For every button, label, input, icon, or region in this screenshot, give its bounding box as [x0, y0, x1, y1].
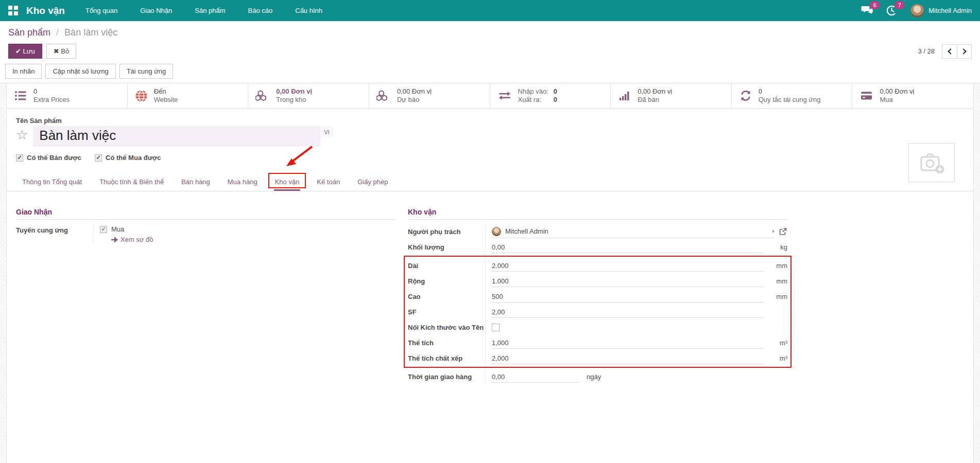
- dims-in-name-checkbox[interactable]: [492, 324, 500, 331]
- control-panel: Sản phẩm / Bàn làm việc ✔ Lưu ✖ Bỏ 3 / 2…: [0, 21, 980, 83]
- tab-accounting[interactable]: Kế toán: [316, 172, 341, 191]
- top-navbar: Kho vận Tổng quan Giao Nhận Sản phẩm Báo…: [0, 0, 980, 21]
- can-be-purchased-checkbox-item: Có thể Mua được: [95, 154, 161, 162]
- product-name-label: Tên Sản phẩm: [16, 117, 965, 124]
- nav-item-san-pham[interactable]: Sản phẩm: [195, 7, 225, 14]
- lead-time-unit: ngày: [587, 373, 601, 381]
- lead-time-input[interactable]: 0,00: [492, 371, 579, 383]
- nav-item-bao-cao[interactable]: Báo cáo: [248, 7, 273, 14]
- lead-time-label: Thời gian giao hàng: [408, 373, 485, 381]
- update-quantity-button[interactable]: Cập nhật số lượng: [45, 64, 115, 79]
- page-background: 0Extra Prices ĐếnWebsite 0,00 Đơn vịTron…: [0, 83, 980, 463]
- print-labels-button[interactable]: In nhãn: [5, 64, 42, 79]
- discard-button[interactable]: ✖ Bỏ: [46, 44, 76, 59]
- nav-item-tong-quan[interactable]: Tổng quan: [85, 7, 117, 14]
- width-input[interactable]: 1.000: [492, 275, 764, 287]
- length-input[interactable]: 2.000: [492, 260, 764, 272]
- check-icon: ✔: [15, 47, 21, 55]
- can-be-sold-checkbox-item: Có thể Bán được: [16, 154, 81, 162]
- stat-extra-prices[interactable]: 0Extra Prices: [7, 83, 128, 108]
- route-buy-checkbox[interactable]: [100, 226, 107, 233]
- language-badge[interactable]: VI: [320, 126, 333, 137]
- stowage-volume-unit: m³: [764, 354, 787, 362]
- stat-reordering-rules[interactable]: 0Quy tắc tái cung ứng: [732, 83, 853, 108]
- group-title-giao-nhan: Giao Nhận: [16, 208, 396, 220]
- bar-chart-icon: [618, 90, 631, 102]
- favorite-star-icon[interactable]: ☆: [16, 127, 28, 143]
- user-menu[interactable]: Mitchell Admin: [910, 4, 972, 17]
- chevron-left-icon: [948, 48, 953, 54]
- tab-license[interactable]: Giấy phép: [356, 172, 389, 191]
- stat-sold[interactable]: 0,00 Đơn vịĐã bán: [611, 83, 732, 108]
- can-be-purchased-checkbox[interactable]: [95, 154, 102, 162]
- save-button[interactable]: ✔ Lưu: [8, 44, 42, 59]
- nav-item-cau-hinh[interactable]: Cấu hình: [295, 7, 322, 14]
- routes-field: Mua Xem sơ đồ: [93, 224, 396, 243]
- stat-purchased[interactable]: 0,00 Đơn vịMua: [852, 83, 973, 108]
- breadcrumb-parent[interactable]: Sản phẩm: [8, 27, 50, 38]
- replenish-button[interactable]: Tái cung ứng: [119, 64, 174, 79]
- breadcrumb-separator: /: [56, 27, 59, 38]
- tab-sales[interactable]: Bán hàng: [180, 172, 211, 191]
- annotation-red-box-fields: Dài 2.000 mm Rộng 1.000 mm Cao: [404, 256, 792, 368]
- tab-attributes-variants[interactable]: Thuộc tính & Biến thể: [98, 172, 165, 191]
- width-label: Rộng: [408, 277, 485, 285]
- height-input[interactable]: 500: [492, 291, 764, 302]
- notebook-tabs: Thông tin Tổng quát Thuộc tính & Biến th…: [7, 172, 973, 191]
- stat-in-out[interactable]: Nhập vào:0 Xuất ra:0: [490, 83, 611, 108]
- volume-unit: m³: [764, 339, 787, 347]
- routes-label: Tuyến cung ứng: [16, 224, 93, 234]
- form-sheet: 0Extra Prices ĐếnWebsite 0,00 Đơn vịTron…: [6, 83, 974, 463]
- length-label: Dài: [408, 262, 485, 270]
- tab-inventory[interactable]: Kho vận: [274, 172, 301, 191]
- stowage-volume-input[interactable]: 2,000: [492, 352, 764, 364]
- stat-forecast[interactable]: 0,00 Đơn vịDự báo: [369, 83, 490, 108]
- cubes-icon: [376, 90, 391, 102]
- cubes-icon: [255, 90, 270, 102]
- app-brand[interactable]: Kho vận: [26, 5, 65, 16]
- nav-menu: Tổng quan Giao Nhận Sản phẩm Báo cáo Cấu…: [85, 7, 322, 14]
- open-record-external-icon[interactable]: [779, 227, 787, 236]
- arrow-right-icon: [111, 237, 118, 243]
- nav-item-giao-nhan[interactable]: Giao Nhận: [140, 7, 172, 14]
- responsible-field: Mitchell Admin ▾: [485, 224, 787, 239]
- product-name-input[interactable]: Bàn làm việc: [33, 126, 320, 147]
- weight-input[interactable]: 0,00: [492, 241, 764, 253]
- stowage-volume-label: Thể tích chất xếp: [408, 354, 485, 362]
- weight-unit: kg: [764, 243, 787, 251]
- volume-label: Thể tích: [408, 339, 485, 347]
- length-unit: mm: [764, 262, 787, 270]
- responsible-m2o-input[interactable]: Mitchell Admin ▾: [492, 225, 775, 238]
- pager-count: 3 / 28: [918, 47, 935, 55]
- view-diagram-link[interactable]: Xem sơ đồ: [111, 236, 153, 243]
- group-logistics-right: Kho vận Người phụ trách Mitchell Admin ▾…: [408, 208, 787, 384]
- responsible-avatar: [492, 227, 501, 236]
- messages-icon[interactable]: 6: [861, 5, 874, 17]
- pager-previous-button[interactable]: [942, 45, 957, 58]
- width-unit: mm: [764, 277, 787, 285]
- can-be-sold-checkbox[interactable]: [16, 154, 23, 162]
- product-image-upload[interactable]: [908, 143, 955, 182]
- record-pager: 3 / 28: [918, 44, 972, 59]
- stat-button-row: 0Extra Prices ĐếnWebsite 0,00 Đơn vịTron…: [7, 83, 973, 109]
- apps-menu-icon[interactable]: [8, 6, 18, 15]
- activities-icon[interactable]: 7: [886, 5, 899, 17]
- cross-icon: ✖: [54, 47, 59, 55]
- height-unit: mm: [764, 293, 787, 300]
- stat-on-hand[interactable]: 0,00 Đơn vịTrong kho: [248, 83, 369, 108]
- breadcrumb: Sản phẩm / Bàn làm việc: [0, 21, 980, 39]
- stat-website[interactable]: ĐếnWebsite: [128, 83, 249, 108]
- refresh-icon: [739, 90, 752, 102]
- list-icon: [14, 90, 27, 102]
- route-buy-label: Mua: [111, 225, 124, 233]
- dropdown-caret-icon[interactable]: ▾: [772, 228, 775, 234]
- responsible-label: Người phụ trách: [408, 228, 485, 236]
- breadcrumb-current: Bàn làm việc: [64, 27, 117, 38]
- camera-plus-icon: [918, 151, 945, 174]
- tab-purchase[interactable]: Mua hàng: [227, 172, 259, 191]
- sf-input[interactable]: 2,00: [492, 306, 764, 318]
- weight-label: Khối lượng: [408, 243, 485, 251]
- pager-next-button[interactable]: [957, 45, 971, 58]
- tab-general-info[interactable]: Thông tin Tổng quát: [21, 172, 83, 191]
- volume-input[interactable]: 1,000: [492, 337, 764, 349]
